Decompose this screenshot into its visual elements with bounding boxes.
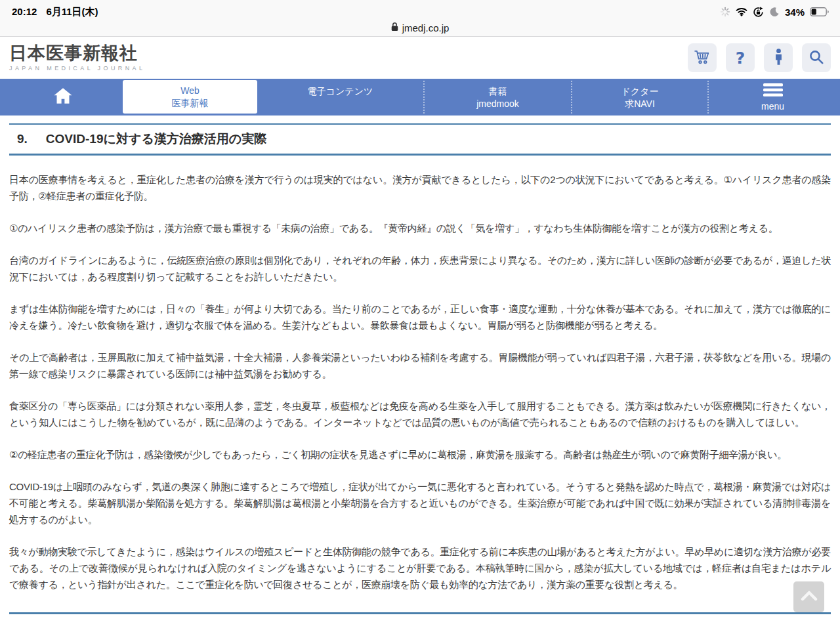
nav-home-button[interactable] [38, 79, 88, 116]
article-content: 9. COVID-19に対する漢方治療活用の実際 日本の医療事情を考えると，重症… [0, 123, 840, 614]
article-paragraph: まずは生体防御能を増すためには，日々の「養生」が何より大切である。当たり前のこと… [9, 301, 831, 333]
nav-item-label: ドクター [572, 85, 707, 98]
scroll-to-top-button[interactable] [793, 581, 824, 612]
section-heading: 9. COVID-19に対する漢方治療活用の実際 [9, 131, 831, 148]
article-paragraph: 台湾のガイドラインにあるように，伝統医療治療の原則は個別化であり，それぞれの年齢… [9, 252, 831, 285]
nav-item-label2: jmedmook [425, 98, 571, 110]
question-mark-icon: ? [736, 49, 746, 68]
nav-item-label2: 求NAVI [572, 98, 707, 110]
cart-icon [694, 49, 711, 67]
nav-item-label: 書籍 [425, 85, 571, 98]
section-title: COVID-19に対する漢方治療活用の実際 [46, 131, 266, 148]
article-paragraph: ②の軽症患者の重症化予防は，感染徴候が少しでもあったら，ごく初期の症状を見逃さず… [9, 446, 831, 463]
article-paragraph: ①のハイリスク患者の感染予防は，漢方治療で最も重視する「未病の治療」である。『黄… [9, 220, 831, 236]
date: 6月11日(木) [46, 6, 98, 18]
section-rule-bottom [9, 612, 831, 614]
do-not-disturb-moon-icon [769, 7, 780, 17]
home-icon [54, 87, 72, 107]
article-paragraph: その上で高齢者は，玉屏風散に加えて補中益気湯，十全大補湯，人参養栄湯といったいわ… [9, 349, 831, 382]
site-logo-title: 日本医事新報社 [9, 44, 145, 62]
search-button[interactable] [802, 43, 831, 72]
nav-tab-web-ijishinpo[interactable]: Web 医事新報 [123, 80, 257, 114]
url-domain: jmedj.co.jp [402, 22, 450, 33]
site-logo[interactable]: 日本医事新報社 JAPAN MEDICAL JOURNAL [9, 44, 145, 71]
loading-spinner-icon [720, 7, 730, 17]
article-paragraph: 我々が動物実験で示してきたように，感染はウイルスの増殖スピードと生体防御能の競争… [9, 543, 831, 593]
help-button[interactable]: ? [726, 43, 755, 72]
person-icon [773, 48, 784, 68]
section-rule-top [9, 123, 831, 125]
nav-item-doctor-navi[interactable]: ドクター 求NAVI [572, 79, 707, 116]
nav-separator [707, 81, 709, 114]
battery-icon [810, 7, 830, 16]
status-left: 20:12 6月11日(木) [12, 6, 98, 18]
chevron-up-icon [801, 591, 818, 603]
site-logo-subtitle: JAPAN MEDICAL JOURNAL [9, 65, 145, 72]
orientation-lock-icon [753, 7, 764, 18]
nav-item-books-jmedmook[interactable]: 書籍 jmedmook [425, 79, 571, 116]
status-right: 34% [720, 7, 830, 18]
nav-tab-label-line2: 医事新報 [172, 97, 209, 110]
site-header: 日本医事新報社 JAPAN MEDICAL JOURNAL ? [0, 37, 840, 79]
nav-menu-label: menu [761, 101, 784, 112]
nav-item-label: 電子コンテンツ [257, 85, 423, 98]
clock: 20:12 [12, 6, 37, 18]
header-actions: ? [688, 43, 831, 72]
article-paragraph: COVID-19は上咽頭のみならず，気道の奥深く肺胞に達するところで増殖し，症状… [9, 478, 831, 528]
hamburger-menu-icon [763, 83, 783, 98]
account-button[interactable] [764, 43, 793, 72]
section-rule-heading [9, 154, 831, 156]
search-icon [808, 49, 824, 67]
wifi-icon [736, 7, 747, 16]
browser-chrome: 20:12 6月11日(木) [0, 0, 840, 37]
battery-percent: 34% [785, 7, 805, 18]
section-number: 9. [17, 132, 28, 146]
article-paragraph: 食薬区分の「専ら医薬品」には分類されない薬用人参，霊芝，冬虫夏草，板藍根などは免… [9, 398, 831, 430]
main-nav: Web 医事新報 電子コンテンツ 書籍 jmedmook ドクター 求NAVI [0, 79, 840, 116]
lock-icon [391, 22, 398, 33]
cart-button[interactable] [688, 43, 717, 72]
safari-url-bar[interactable]: jmedj.co.jp [0, 20, 840, 35]
nav-tab-label-line1: Web [180, 85, 200, 97]
nav-menu-button[interactable]: menu [742, 79, 804, 116]
screen: 20:12 6月11日(木) [0, 0, 840, 630]
ios-status-bar: 20:12 6月11日(木) [0, 0, 840, 20]
nav-item-electronic-contents[interactable]: 電子コンテンツ [257, 79, 423, 116]
article-paragraph: 日本の医療事情を考えると，重症化した患者の治療を漢方で行うのは現実的ではない。漢… [9, 171, 831, 204]
